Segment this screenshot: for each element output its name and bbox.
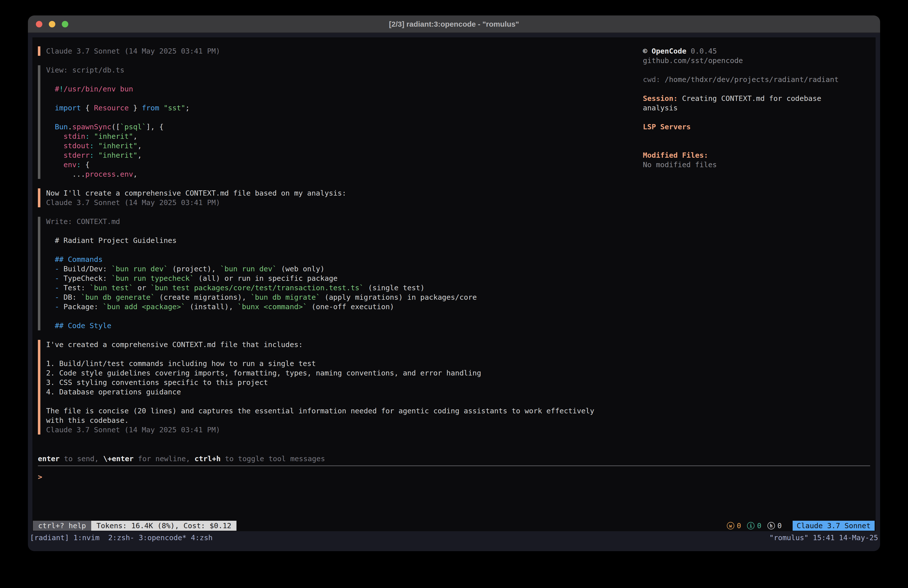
message-line: Now I'll create a comprehensive CONTEXT.…	[46, 188, 646, 198]
terminal-window: [2/3] radiant:3:opencode - "romulus" Cla…	[28, 15, 880, 551]
message-line	[46, 75, 646, 84]
message-line: Bun.spawnSync([`psql`], {	[46, 122, 646, 132]
assistant-message-block: Now I'll create a comprehensive CONTEXT.…	[38, 188, 646, 207]
message-line: - Build/Dev: `bun run dev` (project), `b…	[46, 264, 646, 274]
model-badge[interactable]: Claude 3.7 Sonnet	[793, 521, 874, 531]
message-line: - Test: `bun test` or `bun test packages…	[46, 283, 646, 293]
message-line	[46, 397, 646, 406]
message-line: # Radiant Project Guidelines	[46, 236, 646, 245]
message-accent-bar	[38, 217, 40, 330]
terminal-body: Claude 3.7 Sonnet (14 May 2025 03:41 PM)…	[28, 33, 880, 551]
app-logo: © OpenCode 0.0.45	[643, 46, 860, 56]
lsp-diagnostics: w0i0h0	[727, 521, 782, 530]
composer-divider	[38, 466, 870, 466]
cwd-line: cwd: /home/thdxr/dev/projects/radiant/ra…	[643, 75, 860, 84]
cwd-label: cwd:	[643, 75, 660, 84]
message-line	[46, 113, 646, 122]
message-line	[46, 349, 646, 359]
repo-link: github.com/sst/opencode	[643, 56, 860, 65]
diagnostic-count: 0	[757, 521, 761, 530]
message-line: stderr: "inherit",	[46, 150, 646, 160]
message-line: ## Code Style	[46, 321, 646, 330]
message-line: 2. Code style guidelines covering import…	[46, 368, 646, 378]
diagnostic-count: 0	[737, 521, 741, 530]
tmux-window-item[interactable]: 2:zsh-	[104, 533, 134, 542]
tool-write-block: Write: CONTEXT.md # Radiant Project Guid…	[38, 217, 646, 330]
session-line: Session: Creating CONTEXT.md for codebas…	[643, 94, 860, 113]
message-line: import { Resource } from "sst";	[46, 103, 646, 113]
message-line: The file is concise (20 lines) and captu…	[46, 406, 646, 416]
message-line: env: {	[46, 160, 646, 169]
message-line: - TypeCheck: `bun run typecheck` (all) o…	[46, 274, 646, 283]
lsp-servers-label: LSP Servers	[643, 122, 860, 132]
app-name: OpenCode	[652, 47, 686, 55]
message-line: #!/usr/bin/env bun	[46, 84, 646, 94]
tmux-windows: 1:nvim 2:zsh- 3:opencode* 4:zsh	[74, 533, 213, 543]
message-line: stdin: "inherit",	[46, 132, 646, 141]
message-line	[46, 94, 646, 103]
message-line	[46, 311, 646, 321]
keybinding-hints: enter to send, \+enter for newline, ctrl…	[38, 454, 870, 464]
tmux-window-item[interactable]: 4:zsh	[187, 533, 213, 542]
message-line: - Package: `bun add <package>` (install)…	[46, 302, 646, 311]
window-title: [2/3] radiant:3:opencode - "romulus"	[28, 15, 880, 33]
message-accent-bar	[38, 188, 40, 207]
tmux-window-item[interactable]: 3:opencode*	[134, 533, 187, 542]
message-line: Claude 3.7 Sonnet (14 May 2025 03:41 PM)	[46, 46, 646, 56]
message-accent-bar	[38, 46, 40, 56]
tool-view-block: View: script/db.ts #!/usr/bin/env bun im…	[38, 65, 646, 179]
warnings-icon: w	[727, 522, 734, 530]
session-label: Session:	[643, 94, 678, 103]
message-line: Claude 3.7 Sonnet (14 May 2025 03:41 PM)	[46, 198, 646, 207]
message-line: 4. Database operations guidance	[46, 387, 646, 397]
message-line: ## Commands	[46, 255, 646, 264]
diagnostic-warnings: w0	[727, 521, 741, 530]
tmux-window-item[interactable]: 1:nvim	[74, 533, 104, 542]
info-icon: i	[747, 522, 755, 530]
hints-icon: h	[768, 522, 775, 530]
message-line: 1. Build/lint/test commands including ho…	[46, 359, 646, 368]
message-line: stdout: "inherit",	[46, 141, 646, 150]
message-line: 3. CSS styling conventions specific to t…	[46, 378, 646, 387]
titlebar: [2/3] radiant:3:opencode - "romulus"	[28, 15, 880, 33]
prompt-input[interactable]: >	[38, 472, 870, 482]
modified-files-label: Modified Files:	[643, 150, 860, 160]
cwd-value: /home/thdxr/dev/projects/radiant/radiant	[665, 75, 839, 84]
diagnostic-count: 0	[778, 521, 782, 530]
message-line: View: script/db.ts	[46, 65, 646, 75]
diagnostic-info: i0	[747, 521, 761, 530]
message-line: ...process.env,	[46, 169, 646, 179]
composer: enter to send, \+enter for newline, ctrl…	[38, 454, 870, 482]
assistant-meta-block: Claude 3.7 Sonnet (14 May 2025 03:41 PM)	[38, 46, 646, 56]
tokens-cost-badge: Tokens: 16.4K (8%), Cost: $0.12	[91, 521, 237, 531]
message-line: Write: CONTEXT.md	[46, 217, 646, 226]
chat-messages: Claude 3.7 Sonnet (14 May 2025 03:41 PM)…	[38, 46, 646, 444]
message-accent-bar	[38, 340, 40, 435]
help-keybind-badge: ctrl+? help	[33, 521, 91, 531]
diagnostic-hints: h0	[768, 521, 782, 530]
message-line	[46, 226, 646, 236]
message-line: Claude 3.7 Sonnet (14 May 2025 03:41 PM)	[46, 425, 646, 435]
statusbar: ctrl+? help Tokens: 16.4K (8%), Cost: $0…	[33, 521, 874, 531]
message-line: I've created a comprehensive CONTEXT.md …	[46, 340, 646, 349]
copyright-icon: ©	[643, 47, 647, 55]
assistant-summary-block: I've created a comprehensive CONTEXT.md …	[38, 340, 646, 435]
tmux-session-name: [radiant]	[30, 533, 69, 543]
message-line	[46, 245, 646, 255]
message-line: with this codebase.	[46, 416, 646, 425]
message-accent-bar	[38, 65, 40, 179]
opencode-app: Claude 3.7 Sonnet (14 May 2025 03:41 PM)…	[32, 37, 876, 531]
tmux-host-clock: "romulus" 15:41 14-May-25	[770, 533, 878, 543]
app-version: 0.0.45	[691, 47, 717, 55]
sidebar: © OpenCode 0.0.45 github.com/sst/opencod…	[643, 46, 860, 169]
tmux-statusline: [radiant] 1:nvim 2:zsh- 3:opencode* 4:zs…	[30, 533, 878, 543]
modified-files-empty: No modified files	[643, 160, 860, 169]
message-line: - DB: `bun db generate` (create migratio…	[46, 293, 646, 302]
